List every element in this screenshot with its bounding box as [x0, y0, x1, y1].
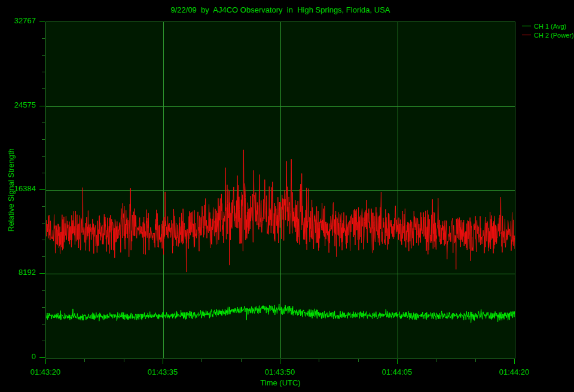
x-minor-tick [124, 359, 124, 362]
y-tick-label: 24575 [0, 101, 36, 109]
y-major-tick [39, 189, 45, 190]
plot-area [45, 22, 515, 359]
y-tick-label: 32767 [0, 17, 36, 25]
y-minor-tick [42, 256, 45, 257]
x-major-tick [45, 359, 46, 364]
x-tick-label: 01:44:20 [487, 368, 541, 376]
x-major-tick [514, 359, 515, 364]
y-major-tick [39, 22, 45, 22]
x-minor-tick [358, 359, 359, 362]
x-major-tick [163, 359, 163, 364]
strip-chart-screen: 9/22/09 by AJ4CO Observatory in High Spr… [0, 0, 574, 392]
x-major-tick [397, 359, 398, 364]
y-minor-tick [42, 88, 45, 89]
y-major-tick [39, 273, 45, 274]
x-minor-tick [475, 359, 476, 362]
y-major-tick [39, 106, 45, 106]
x-major-tick [280, 359, 280, 364]
y-minor-tick [42, 223, 45, 223]
y-tick-label: 16384 [0, 185, 36, 193]
x-minor-tick [319, 359, 319, 362]
traces-svg [46, 22, 515, 358]
x-tick-label: 01:43:20 [19, 368, 72, 376]
x-minor-tick [241, 359, 242, 362]
ch1-line-swatch [522, 26, 531, 26]
legend-label-ch1: CH 1 (Avg) [534, 23, 566, 30]
y-minor-tick [42, 72, 45, 72]
y-minor-tick [42, 139, 45, 140]
y-minor-tick [42, 38, 45, 39]
legend-item-ch1: CH 1 (Avg) [522, 22, 574, 30]
y-minor-tick [42, 307, 45, 308]
legend: CH 1 (Avg) CH 2 (Power) [522, 22, 574, 39]
x-minor-tick [436, 359, 436, 362]
y-minor-tick [42, 240, 45, 240]
x-tick-label: 01:43:50 [253, 368, 307, 376]
y-minor-tick [42, 290, 45, 291]
ch2-line-swatch [522, 35, 531, 35]
y-tick-label: 8192 [0, 268, 36, 277]
y-major-tick [39, 357, 45, 358]
y-minor-tick [42, 341, 45, 341]
y-minor-tick [42, 122, 45, 123]
y-minor-tick [42, 156, 45, 157]
y-minor-tick [42, 55, 45, 56]
x-axis-title: Time (UTC) [45, 378, 515, 387]
y-minor-tick [42, 173, 45, 173]
y-minor-tick [42, 206, 45, 207]
y-minor-tick [42, 324, 45, 324]
x-minor-tick [201, 359, 202, 362]
x-tick-label: 01:43:35 [136, 368, 190, 376]
legend-label-ch2: CH 2 (Power) [534, 32, 574, 39]
x-minor-tick [84, 359, 85, 362]
x-tick-label: 01:44:05 [370, 368, 424, 376]
chart-title: 9/22/09 by AJ4CO Observatory in High Spr… [45, 5, 515, 14]
y-tick-label: 0 [0, 353, 36, 361]
legend-item-ch2: CH 2 (Power) [522, 30, 574, 39]
